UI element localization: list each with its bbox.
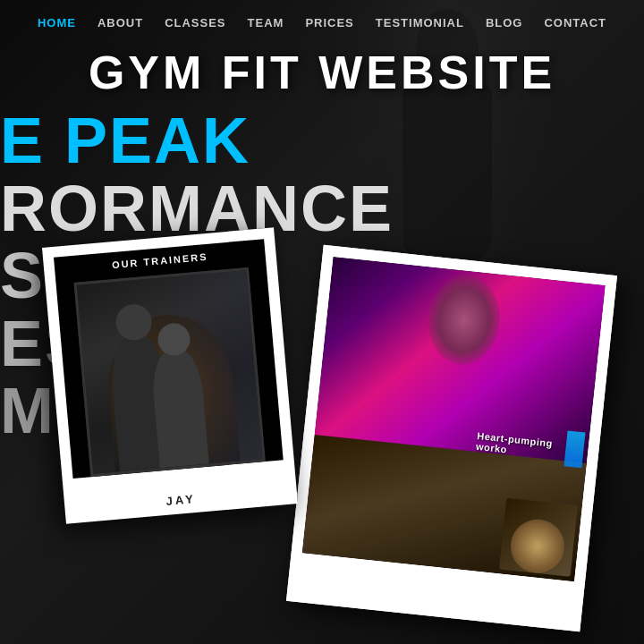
trainers-polaroid-card: OUR TRAINERS JAY bbox=[42, 227, 298, 523]
workout-photo: Heart-pumping worko bbox=[302, 257, 606, 581]
workout-thumbnail bbox=[499, 498, 578, 577]
trainers-card-inner: OUR TRAINERS bbox=[54, 239, 284, 479]
site-title: GYM FIT WEBSITE bbox=[0, 49, 644, 96]
nav-testimonial[interactable]: TESTIMONIAL bbox=[376, 16, 464, 30]
nav-classes[interactable]: CLASSES bbox=[165, 16, 225, 30]
nav-prices[interactable]: PRICES bbox=[305, 16, 353, 30]
nav-team[interactable]: TEAM bbox=[248, 16, 284, 30]
hero-line-perf: RORMANCE bbox=[0, 175, 394, 243]
trainers-photo bbox=[74, 267, 266, 477]
nav-blog[interactable]: BLOG bbox=[486, 16, 523, 30]
navigation: HOME ABOUT CLASSES TEAM PRICES TESTIMONI… bbox=[0, 0, 644, 45]
headline-container: GYM FIT WEBSITE bbox=[0, 49, 644, 96]
trainer-photo-simulation bbox=[77, 270, 263, 474]
nav-contact[interactable]: CONTACT bbox=[544, 16, 606, 30]
hero-line-peak: E PEAK bbox=[0, 107, 394, 175]
workout-polaroid-card: Heart-pumping worko bbox=[286, 245, 617, 631]
nav-home[interactable]: HOME bbox=[38, 16, 76, 30]
nav-about[interactable]: ABOUT bbox=[97, 16, 143, 30]
